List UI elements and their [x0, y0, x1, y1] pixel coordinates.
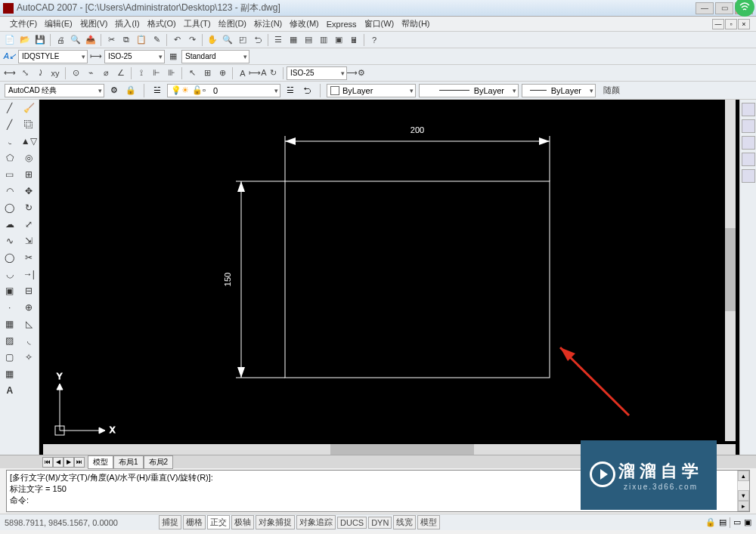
mode-ducs[interactable]: DUCS: [337, 517, 367, 529]
paste-icon[interactable]: 📋: [135, 33, 148, 47]
mode-ortho[interactable]: 正交: [207, 515, 230, 529]
palette-btn-4[interactable]: [742, 153, 755, 166]
dim-style-manager-icon[interactable]: ⟼⚙: [349, 66, 362, 80]
palette-btn-1[interactable]: [742, 103, 755, 116]
gradient-icon[interactable]: ▨: [0, 332, 20, 349]
network-status-icon[interactable]: [735, 0, 754, 17]
dim-jogged-icon[interactable]: ⌁: [84, 66, 98, 80]
tab-layout2[interactable]: 布局2: [144, 455, 174, 469]
command-scrollbar[interactable]: ▴ ▾ ▸: [737, 471, 749, 511]
tab-first-button[interactable]: ⏮: [42, 457, 53, 468]
mirror-icon[interactable]: ▲▽: [20, 133, 39, 150]
print-icon[interactable]: 🖨: [54, 33, 67, 47]
menu-help[interactable]: 帮助(H): [398, 18, 433, 29]
doc-restore-button[interactable]: ▫: [725, 19, 737, 29]
dim-quick-icon[interactable]: ⟟: [135, 66, 148, 80]
mode-model[interactable]: 模型: [417, 515, 440, 529]
status-cleanscreen-icon[interactable]: ▣: [744, 517, 751, 527]
menu-express[interactable]: Express: [323, 20, 361, 29]
dim-tolerance-icon[interactable]: ⊞: [200, 66, 214, 80]
dim-text-edit-icon[interactable]: ⟼A: [251, 66, 265, 80]
tab-next-button[interactable]: ▶: [64, 457, 74, 468]
workspace-combo[interactable]: AutoCAD 经典: [5, 84, 104, 97]
extend-icon[interactable]: →|: [20, 266, 39, 282]
menu-dimension[interactable]: 标注(N): [250, 18, 286, 29]
pan-icon[interactable]: ✋: [206, 33, 219, 47]
dim-baseline-icon[interactable]: ⊩: [150, 66, 163, 80]
cut-icon[interactable]: ✂: [104, 33, 118, 47]
menu-window[interactable]: 窗口(W): [361, 18, 398, 29]
menu-tools[interactable]: 工具(T): [180, 18, 215, 29]
dim-diameter-icon[interactable]: ⌀: [99, 66, 113, 80]
tab-last-button[interactable]: ⏭: [74, 457, 85, 468]
mode-grid[interactable]: 栅格: [183, 515, 206, 529]
polygon-icon[interactable]: ⬠: [0, 150, 20, 166]
menu-modify[interactable]: 修改(M): [286, 18, 323, 29]
move-icon[interactable]: ✥: [20, 183, 39, 199]
color-combo[interactable]: ByLayer: [327, 84, 416, 97]
table-style-combo[interactable]: Standard: [181, 50, 249, 63]
scroll-right-icon[interactable]: ▸: [738, 501, 749, 511]
minimize-button[interactable]: —: [696, 2, 714, 14]
palette-btn-2[interactable]: [742, 119, 755, 133]
dim-radius-icon[interactable]: ⊙: [69, 66, 82, 80]
table-icon[interactable]: ▦: [0, 366, 20, 382]
calculator-icon[interactable]: 🖩: [347, 33, 361, 47]
palette-btn-5[interactable]: [742, 169, 755, 183]
doc-close-button[interactable]: ×: [738, 19, 750, 29]
menu-draw[interactable]: 绘图(D): [215, 18, 250, 29]
design-center-icon[interactable]: ▦: [287, 33, 300, 47]
dim-arc-icon[interactable]: ⤸: [33, 66, 47, 80]
dim-linear-icon[interactable]: ⟷: [3, 66, 17, 80]
tool-palette-icon[interactable]: ▤: [302, 33, 315, 47]
scale-icon[interactable]: ⤢: [20, 216, 39, 233]
zoom-window-icon[interactable]: ◰: [236, 33, 249, 47]
break-icon[interactable]: ⊟: [20, 282, 39, 299]
preview-icon[interactable]: 🔍: [69, 33, 82, 47]
rotate-icon[interactable]: ↻: [20, 199, 39, 216]
sheet-set-icon[interactable]: ▥: [317, 33, 330, 47]
drawing-canvas[interactable]: 200 150 X Y: [39, 100, 739, 455]
dim-center-icon[interactable]: ⊕: [215, 66, 229, 80]
help-icon[interactable]: ?: [367, 33, 381, 47]
toolbar-lock-icon[interactable]: 🔒: [124, 84, 138, 97]
dim-aligned-icon[interactable]: ⤡: [18, 66, 32, 80]
menu-edit[interactable]: 编辑(E): [41, 18, 76, 29]
undo-icon[interactable]: ↶: [170, 33, 184, 47]
status-annotation-icon[interactable]: ▤: [719, 517, 727, 527]
chamfer-icon[interactable]: ◺: [20, 316, 39, 332]
mtext-icon[interactable]: A: [0, 382, 20, 399]
dim-continue-icon[interactable]: ⊪: [165, 66, 178, 80]
zoom-realtime-icon[interactable]: 🔍: [221, 33, 234, 47]
dim-style-combo[interactable]: ISO-25: [104, 50, 165, 63]
explode-icon[interactable]: ✧: [20, 349, 39, 366]
palette-btn-3[interactable]: [742, 136, 755, 150]
redo-icon[interactable]: ↷: [185, 33, 199, 47]
status-tray-icon[interactable]: ▭: [733, 517, 741, 527]
status-lock-icon[interactable]: 🔒: [705, 517, 716, 527]
join-icon[interactable]: ⊕: [20, 299, 39, 316]
new-icon[interactable]: 📄: [3, 33, 17, 47]
spline-icon[interactable]: ∿: [0, 233, 20, 249]
dim-leader-icon[interactable]: ↖: [185, 66, 199, 80]
mode-polar[interactable]: 极轴: [231, 515, 254, 529]
scroll-down-icon[interactable]: ▾: [738, 490, 749, 501]
scroll-up-icon[interactable]: ▴: [738, 471, 749, 481]
tab-layout1[interactable]: 布局1: [113, 455, 144, 469]
arc-icon[interactable]: ◠: [0, 183, 20, 199]
layer-combo[interactable]: 💡 ☀ 🔓 ▫ 0: [167, 84, 280, 97]
properties-icon[interactable]: ☰: [271, 33, 285, 47]
polyline-icon[interactable]: ⦦: [0, 133, 20, 150]
copy-obj-icon[interactable]: ⿻: [20, 116, 39, 133]
revcloud-icon[interactable]: ☁: [0, 216, 20, 233]
menu-insert[interactable]: 插入(I): [111, 18, 143, 29]
lineweight-combo[interactable]: ByLayer: [522, 84, 596, 97]
block-icon[interactable]: ▣: [0, 282, 20, 299]
dim-ordinate-icon[interactable]: xy: [48, 66, 62, 80]
ellipse-arc-icon[interactable]: ◡: [0, 266, 20, 282]
maximize-button[interactable]: ▭: [715, 2, 733, 14]
match-icon[interactable]: ✎: [150, 33, 163, 47]
circle-icon[interactable]: ◯: [0, 199, 20, 216]
layer-previous-icon[interactable]: ⮌: [300, 84, 314, 97]
fillet-icon[interactable]: ◟: [20, 332, 39, 349]
